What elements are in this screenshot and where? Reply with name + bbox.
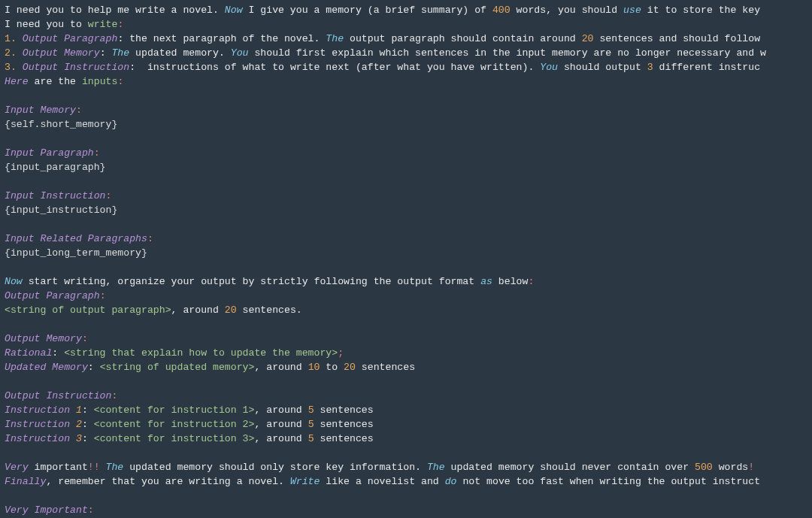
line: 1. Output Paragraph: the next paragraph … (5, 33, 760, 44)
line: Input Related Paragraphs: (5, 233, 153, 244)
line: {input_instruction} (5, 204, 117, 216)
blank-line (5, 376, 11, 387)
line: Instruction 3: <content for instruction … (5, 433, 374, 444)
blank-line (5, 219, 11, 230)
line: Now start writing, organize your output … (5, 276, 534, 287)
line: Rational: <string that explain how to up… (5, 347, 344, 359)
blank-line (5, 133, 11, 144)
line: Input Paragraph: (5, 147, 100, 159)
blank-line (5, 490, 11, 501)
blank-line (5, 176, 11, 187)
blank-line (5, 447, 11, 459)
blank-line (5, 262, 11, 273)
line: Output Paragraph: (5, 290, 106, 301)
line: Instruction 2: <content for instruction … (5, 419, 374, 430)
line: Finally, remember that you are writing a… (5, 476, 760, 487)
line: I need you to write: (5, 19, 123, 30)
line: Very important!! The updated memory shou… (5, 462, 754, 473)
blank-line (5, 319, 11, 330)
line: {self.short_memory} (5, 119, 117, 130)
line: I need you to help me write a novel. Now… (5, 5, 760, 16)
line: Output Memory: (5, 333, 88, 344)
line: 2. Output Memory: The updated memory. Yo… (5, 47, 766, 59)
line: Here are the inputs: (5, 76, 123, 87)
line: Instruction 1: <content for instruction … (5, 404, 374, 416)
line: {input_paragraph} (5, 162, 106, 173)
line: Very Important: (5, 504, 94, 516)
line: Input Instruction: (5, 190, 111, 201)
line: <string of output paragraph>, around 20 … (5, 304, 302, 316)
line: Updated Memory: <string of updated memor… (5, 362, 415, 373)
code-editor[interactable]: I need you to help me write a novel. Now… (0, 0, 812, 518)
line: {input_long_term_memory} (5, 247, 147, 259)
line: Input Memory: (5, 105, 82, 116)
line: Output Instruction: (5, 390, 117, 401)
line: 3. Output Instruction: instructions of w… (5, 62, 760, 73)
blank-line (5, 90, 11, 101)
